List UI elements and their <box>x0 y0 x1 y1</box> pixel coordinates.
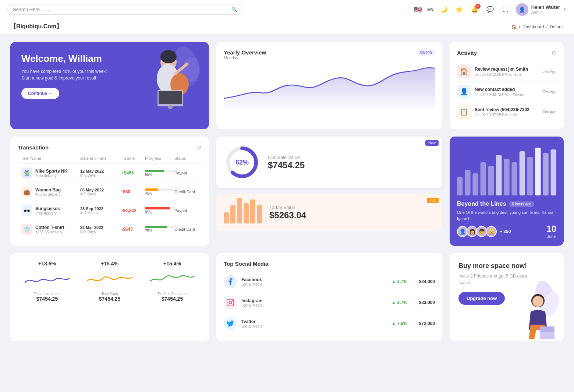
activity-desc-3: Jan 02 19 07:35 PM at Iris <box>475 113 538 117</box>
activity-settings-icon[interactable]: ⚙ <box>551 49 556 56</box>
beyond-avatars: 👤 👩 👦 👱 + 350 <box>457 226 511 237</box>
yearly-title: Yearly Overview <box>224 49 266 56</box>
svg-rect-13 <box>465 170 470 195</box>
stat-investment: +13.6% Total Investment $7454.25 <box>18 261 77 334</box>
activity-card: Activity ⚙ 🏠 Review request jim Smith Ja… <box>450 42 564 129</box>
activity-time-2: 22m Ago <box>542 90 556 94</box>
activity-thumb-3: 📋 <box>457 105 471 119</box>
buy-card: Buy more space now! Invite 2 Friends and… <box>450 253 564 341</box>
messages-icon[interactable]: 💬 <box>485 4 495 15</box>
activity-time-1: 14m Ago <box>542 70 556 74</box>
beyond-plus: + 350 <box>500 229 511 234</box>
transaction-card: Transaction ⚙ Item Name Date and Time In… <box>10 137 209 246</box>
item-sub-3: Free delivery <box>35 211 60 215</box>
bar-2 <box>230 205 235 223</box>
svg-rect-7 <box>159 91 182 104</box>
svg-rect-20 <box>520 151 525 195</box>
activity-title-2: New contact added <box>475 87 538 92</box>
beyond-date: 10 June <box>546 224 556 239</box>
search-input[interactable] <box>13 7 228 12</box>
activity-item-3: 📋 Sent review (504)236-7302 Jan 02 19 07… <box>457 102 556 122</box>
today-bar-chart <box>224 201 262 223</box>
breadcrumb-dashboard[interactable]: Dashboard <box>522 24 544 29</box>
avatar-4: 👱 <box>486 226 497 237</box>
stats-card: +13.6% Total Investment $7454.25 +15.4% … <box>10 253 209 341</box>
item-icon-2: 👜 <box>21 186 32 197</box>
item-income-4: -$645 <box>121 227 145 232</box>
item-progress-3: 85% <box>145 207 174 214</box>
bar-3 <box>237 198 242 223</box>
svg-point-31 <box>532 296 543 307</box>
col-status: Status <box>174 156 198 160</box>
social-name-fb: Facebook Social Media <box>241 277 387 286</box>
search-box[interactable]: 🔍 <box>7 4 243 15</box>
table-row: 🕶️ Sunglasses Free delivery 28 Sep 2022 … <box>18 201 202 220</box>
svg-point-27 <box>232 300 233 301</box>
svg-point-8 <box>168 105 173 109</box>
transaction-settings-icon[interactable]: ⚙ <box>196 144 202 151</box>
theme-toggle[interactable]: 🌙 <box>439 4 449 15</box>
wave-chart-2 <box>80 269 139 288</box>
expand-icon[interactable]: ⛶ <box>500 4 511 15</box>
social-title: Top Social Media <box>224 261 435 267</box>
star-icon[interactable]: ⭐ <box>454 4 464 15</box>
item-status-2: Credit Card <box>174 190 198 194</box>
item-sub-1: Free delivery <box>35 174 67 178</box>
stat-value-2: $7454.25 <box>80 296 139 302</box>
svg-rect-25 <box>227 299 234 306</box>
wave-chart-1 <box>18 269 77 288</box>
item-status-1: Paypal <box>174 171 198 175</box>
beyond-day: 10 <box>546 224 556 234</box>
stat-label-2: Total Gain <box>80 292 139 296</box>
flag-icon: 🇺🇸 <box>414 6 422 14</box>
social-amt-ig: $33,000 <box>419 300 435 305</box>
twitter-icon <box>224 317 237 330</box>
item-income-2: -$80 <box>121 189 145 194</box>
notifications-icon[interactable]: 🔔 4 <box>470 4 480 15</box>
home-icon[interactable]: 🏠 <box>511 24 517 29</box>
stat-pct-2: +15.4% <box>80 261 139 266</box>
sale-label: Our Sale Value <box>268 155 305 160</box>
upgrade-button[interactable]: Upgrade now <box>458 292 505 305</box>
beyond-desc: One Of the world,s brightest, young surf… <box>457 209 556 222</box>
svg-rect-19 <box>512 162 517 195</box>
welcome-desc: You have completed 40% of your this week… <box>21 68 110 81</box>
continue-button[interactable]: Continue → <box>21 88 59 99</box>
sale-top-card: New 62% Our Sale Value $7454.25 <box>216 137 442 188</box>
svg-rect-22 <box>535 148 541 195</box>
yearly-badge: 50/100 <box>417 49 435 56</box>
social-amt-fb: $24,000 <box>419 279 435 284</box>
donut-chart: 62% <box>224 144 261 181</box>
beyond-title-row: Beyond the Lines 6 hours ago <box>457 201 556 207</box>
social-pct-tw: ▲ 7.6% <box>391 321 407 326</box>
bar-6 <box>257 205 262 223</box>
item-progress-2: 45% <box>145 188 174 195</box>
item-icon-4: 👕 <box>21 224 32 235</box>
svg-rect-17 <box>496 155 502 195</box>
svg-rect-33 <box>540 326 554 332</box>
col-progress: Progress <box>145 156 174 160</box>
table-head: Item Name Date and Time Income Progress … <box>18 156 202 164</box>
bar-1 <box>224 212 229 223</box>
table-row: 🎽 Nike Sports NK Free delivery 12 May 20… <box>18 164 202 183</box>
item-cell-4: 👕 Cotton T-shirt ₹283.65 delivery <box>21 224 80 235</box>
yearly-card: Yearly Overview Monday 50/100 <box>216 42 442 129</box>
activity-header: Activity ⚙ <box>457 49 556 56</box>
stat-pct-3: +15.4% <box>143 261 202 266</box>
beyond-card: Beyond the Lines 6 hours ago One Of the … <box>450 137 564 246</box>
activity-desc-1: Jan 03 19 12:25 PM at Tame <box>475 73 538 77</box>
notification-badge: 4 <box>475 4 481 9</box>
topnav: 🔍 🇺🇸 EN 🌙 ⭐ 🔔 4 💬 ⛶ 👤 Helen Walter Admin… <box>0 0 574 19</box>
table-row: 👜 Women Bag ₹83.65 delivery 06 May 2022 … <box>18 183 202 201</box>
lang-label: EN <box>427 7 433 12</box>
avatar: 👤 <box>516 3 528 16</box>
beyond-footer: 👤 👩 👦 👱 + 350 10 June <box>457 226 556 237</box>
chevron-down-icon: ▼ <box>563 7 567 11</box>
user-info[interactable]: 👤 Helen Walter Admin ▼ <box>516 3 567 16</box>
svg-point-26 <box>229 301 231 304</box>
col-income: Income <box>121 156 145 160</box>
col-item: Item Name <box>21 156 80 160</box>
activity-title-1: Review request jim Smith <box>475 67 538 72</box>
breadcrumb-default[interactable]: Default <box>550 24 564 29</box>
item-progress-4: 75% <box>145 226 174 233</box>
